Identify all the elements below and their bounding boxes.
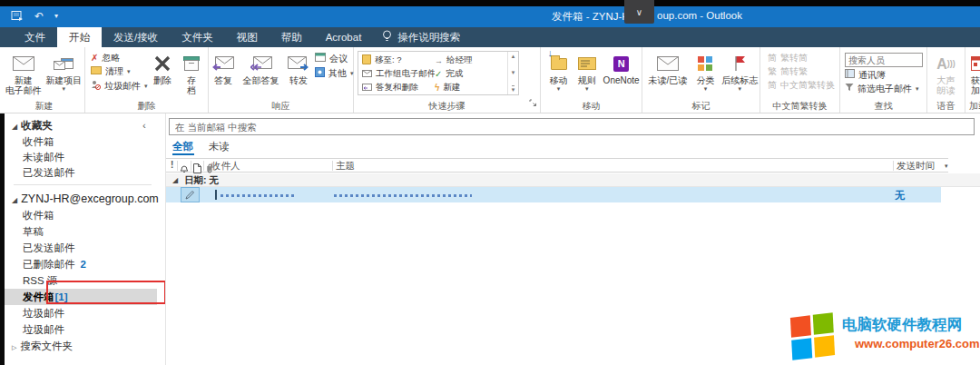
arrow-down-icon: ↓ xyxy=(548,48,554,58)
sidebar-item-drafts[interactable]: 草稿 xyxy=(23,223,175,240)
meeting-icon xyxy=(315,53,326,64)
ribbon-group-tags: 未读/已读 分类 ▾ 后续标志 ▾ 标记 xyxy=(642,47,760,113)
sidebar-item-junk-2[interactable]: 垃圾邮件 xyxy=(23,321,175,338)
sidebar-item-fav-unread[interactable]: 未读邮件 xyxy=(23,149,175,165)
new-items-button[interactable]: 新建项目 ▾ xyxy=(44,49,84,93)
gallery-up-icon[interactable]: ▴ xyxy=(512,53,515,60)
tab-file[interactable]: 文件 xyxy=(13,27,57,47)
tab-help[interactable]: 帮助 xyxy=(270,27,314,47)
customize-qat-icon[interactable]: ▾ xyxy=(54,13,58,20)
tab-view[interactable]: 视图 xyxy=(225,27,270,47)
reply-button[interactable]: 答复 xyxy=(209,49,238,85)
search-input[interactable] xyxy=(169,118,975,135)
rules-button[interactable]: 规则 ▾ xyxy=(573,49,601,93)
pane-splitter[interactable] xyxy=(165,113,166,365)
sort-caret-icon[interactable]: ▾ xyxy=(945,163,948,170)
tab-all[interactable]: 全部 xyxy=(172,140,193,153)
triangle-expanded-icon[interactable]: ◢ xyxy=(12,123,17,131)
ribbon-tab-row: 文件 开始 发送/接收 文件夹 视图 帮助 Acrobat 操作说明搜索 xyxy=(0,27,980,47)
gallery-down-icon[interactable]: ▾ xyxy=(512,69,515,76)
onenote-button[interactable]: N OneNote xyxy=(601,49,642,85)
watermark-logo-icon xyxy=(790,312,835,360)
sidebar-item-deleted[interactable]: 已删除邮件2 xyxy=(23,256,175,272)
categorize-icon xyxy=(698,56,712,71)
column-to[interactable]: 收件人 xyxy=(211,160,240,173)
draft-icon-cell xyxy=(181,187,200,202)
quickstep-to-manager[interactable]: →给经理 xyxy=(435,54,507,67)
quickstep-create-new[interactable]: ϟ新建 xyxy=(435,81,507,94)
ribbon-group-new: 新建 电子邮件 新建项目 ▾ 新建 xyxy=(4,47,85,113)
watermark-url: www.computer26.com xyxy=(855,337,980,350)
sent-time-value: 无 xyxy=(895,189,905,202)
address-book-button[interactable]: 通讯簿 xyxy=(845,69,923,81)
window-title-suffix: oup.com - Outlook xyxy=(657,10,742,21)
archive-button[interactable]: 存 档 xyxy=(178,49,205,95)
group-label-delete: 删除 xyxy=(85,99,208,113)
delete-button[interactable]: 删除 xyxy=(147,49,178,85)
search-people-input[interactable] xyxy=(845,53,923,67)
gallery-more-icon[interactable]: ▾ xyxy=(512,85,515,94)
tab-home[interactable]: 开始 xyxy=(57,27,102,47)
outlook-window: ↶ ▾ 发件箱 - ZYNJ-HR@ oup.com - Outlook ∨ 文… xyxy=(0,0,980,365)
sidebar-item-fav-sent[interactable]: 已发送邮件 xyxy=(23,164,175,181)
arrow-right-icon: → xyxy=(435,56,443,65)
undo-icon[interactable]: ↶ xyxy=(34,11,44,22)
tell-me-search[interactable]: 操作说明搜索 xyxy=(373,27,469,47)
ribbon-group-respond: 答复 全部答复 转发 会议 xyxy=(209,47,354,113)
dialog-launcher-icon[interactable] xyxy=(529,94,537,111)
date-group-header[interactable]: ◢ 日期: 无 xyxy=(166,173,980,187)
tab-acrobat[interactable]: Acrobat xyxy=(314,27,374,47)
more-respond-icon xyxy=(315,67,325,80)
reply-all-button[interactable]: 全部答复 xyxy=(238,49,284,85)
column-subject[interactable]: 主题 xyxy=(336,160,355,173)
tab-send-receive[interactable]: 发送/接收 xyxy=(102,27,170,47)
triangle-expanded-icon[interactable]: ◢ xyxy=(12,196,17,204)
quickstep-move-to[interactable]: 移至: ? xyxy=(362,54,435,67)
cleanup-button[interactable]: 清理▾ xyxy=(91,66,145,77)
new-email-icon xyxy=(13,52,34,75)
column-sent-time[interactable]: 发送时间 xyxy=(897,160,935,173)
sidebar-item-sent[interactable]: 已发送邮件 xyxy=(23,240,175,256)
junk-button[interactable]: 垃圾邮件▾ xyxy=(91,80,145,93)
ribbon-group-move: ↓ 移动 ▾ 规则 ▾ N OneNote 移动 xyxy=(541,47,642,113)
message-row[interactable]: 无 xyxy=(166,187,941,202)
importance-column-icon[interactable]: ! xyxy=(171,160,173,170)
get-addins-button[interactable]: 获 加载 xyxy=(971,49,980,95)
sidebar-item-fav-inbox[interactable]: 收件箱 xyxy=(23,133,175,150)
move-button[interactable]: ↓ 移动 ▾ xyxy=(544,49,573,93)
read-aloud-button[interactable]: A))) 大声 朗读 xyxy=(928,49,965,95)
group-label-new: 新建 xyxy=(4,99,84,113)
tab-folder[interactable]: 文件夹 xyxy=(170,27,225,47)
unread-read-button[interactable]: 未读/已读 xyxy=(644,49,691,85)
trad-to-simp-button[interactable]: 简繁转简 xyxy=(768,53,835,64)
filter-email-button[interactable]: 筛选电子邮件▾ xyxy=(845,83,923,94)
favorites-header[interactable]: ◢收藏夹 xyxy=(12,117,164,133)
send-receive-icon[interactable] xyxy=(11,8,24,25)
new-email-button[interactable]: 新建 电子邮件 xyxy=(4,49,44,95)
sidebar-item-inbox[interactable]: 收件箱 xyxy=(23,207,175,223)
tab-unread[interactable]: 未读 xyxy=(209,140,230,153)
sidebar-item-search-folders[interactable]: ▷搜索文件夹 xyxy=(12,338,164,354)
ignore-button[interactable]: ✗ 忽略 xyxy=(91,53,145,64)
meeting-button[interactable]: 会议 xyxy=(315,53,351,64)
triangle-collapsed-icon[interactable]: ▷ xyxy=(12,344,16,350)
account-header[interactable]: ◢ZYNJ-HR@excegroup.com xyxy=(12,190,164,208)
follow-up-button[interactable]: 后续标志 ▾ xyxy=(720,49,760,93)
quickstep-reply-delete[interactable]: 答复和删除 xyxy=(362,81,435,94)
group-label-chinese-conversion: 中文简繁转换 xyxy=(760,99,839,113)
gallery-scrollbar[interactable]: ▴ ▾ ▾ xyxy=(507,52,518,94)
group-label-quicksteps: 快速步骤 xyxy=(354,99,540,113)
quickstep-done[interactable]: ✓完成 xyxy=(435,67,507,81)
chinese-convert-button[interactable]: 简中文简繁转换 xyxy=(768,80,835,91)
archive-icon xyxy=(182,52,201,75)
forward-button[interactable]: 转发 xyxy=(284,49,313,85)
list-header-row: ! 收件人 主题 发送时间 ▾ xyxy=(166,158,948,173)
simp-to-trad-button[interactable]: 繁简转繁 xyxy=(768,66,835,77)
store-icon xyxy=(971,52,980,75)
more-respond-button[interactable]: 其他▾ xyxy=(315,67,351,80)
quickstep-team-email[interactable]: 工作组电子邮件 xyxy=(362,67,435,81)
sidebar-item-junk-1[interactable]: 垃圾邮件 xyxy=(23,305,175,321)
chevron-down-icon: ∨ xyxy=(636,7,642,17)
censored-subject xyxy=(334,194,472,197)
categorize-button[interactable]: 分类 ▾ xyxy=(691,49,720,93)
